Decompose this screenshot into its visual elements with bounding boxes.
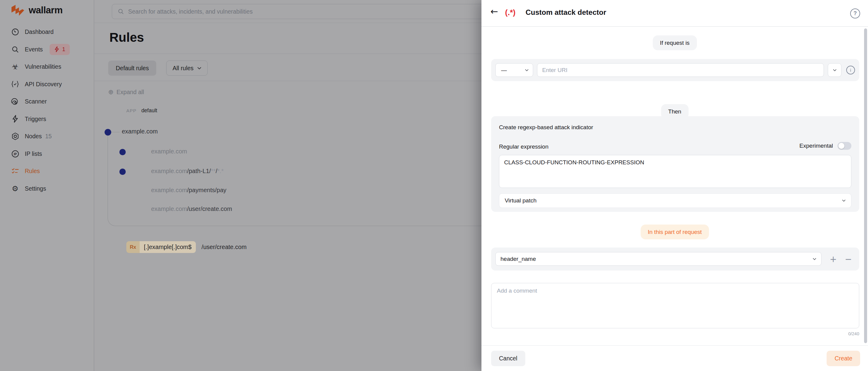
tree-node-dot xyxy=(104,129,111,136)
wallarm-logo-text: wallarm xyxy=(29,5,63,16)
request-part-value: header_name xyxy=(500,256,536,262)
condition-expand-button[interactable] xyxy=(828,63,841,77)
svg-text:IP: IP xyxy=(13,152,17,156)
experimental-toggle[interactable] xyxy=(837,142,851,150)
attack-indicator-section: Create regexp-based attack indicator Reg… xyxy=(491,116,859,212)
sidebar-item-label: Rules xyxy=(25,168,40,175)
global-search[interactable] xyxy=(112,4,535,19)
drawer-body: If request is — i Then Create regexp-bas… xyxy=(482,27,868,345)
sidebar-item-nodes[interactable]: Nodes 15 xyxy=(0,128,94,145)
sidebar-item-vulnerabilities[interactable]: ☣ Vulnerabilities xyxy=(0,58,94,76)
rx-badge: Rx xyxy=(126,241,140,253)
comment-textarea[interactable] xyxy=(491,283,859,328)
back-arrow-icon[interactable]: ← xyxy=(491,6,498,17)
remove-request-part-button[interactable]: − xyxy=(842,252,855,266)
experimental-label: Experimental xyxy=(799,143,833,149)
sidebar-item-label: Settings xyxy=(25,185,46,192)
regex-rule-path: /user/create.com xyxy=(202,244,247,251)
create-button[interactable]: Create xyxy=(827,351,860,366)
sidebar-item-label: Scanner xyxy=(25,98,47,105)
sidebar-item-dashboard[interactable]: Dashboard xyxy=(0,23,94,41)
wallarm-logo[interactable]: wallarm xyxy=(11,4,63,16)
tab-default-rules[interactable]: Default rules xyxy=(108,60,156,76)
toggle-knob xyxy=(838,143,844,149)
custom-attack-detector-drawer: ← (.*) Custom attack detector ? If reque… xyxy=(482,0,868,371)
tree-row-child[interactable]: example.com/path-L1/**/*.* xyxy=(151,168,224,175)
tree-segment: example.com xyxy=(151,148,187,154)
comment-char-counter: 0/240 xyxy=(848,331,859,336)
regex-rule-icon: (.*) xyxy=(505,8,516,17)
all-rules-dropdown[interactable]: All rules xyxy=(166,60,208,76)
gear-icon: ⚙ xyxy=(10,185,20,193)
add-request-part-button[interactable]: + xyxy=(827,252,840,266)
braces-check-icon xyxy=(10,80,20,88)
attack-type-select[interactable]: Virtual patch xyxy=(499,193,851,208)
request-part-section: header_name + − xyxy=(491,248,859,270)
sidebar-item-triggers[interactable]: Triggers xyxy=(0,110,94,128)
chevron-down-icon xyxy=(833,69,837,72)
tree-row-child[interactable]: example.com xyxy=(151,148,187,155)
events-badge-count: 1 xyxy=(62,46,65,53)
sidebar-item-label: API Discovery xyxy=(25,81,62,88)
wallarm-logo-icon xyxy=(11,4,25,16)
regex-value-textarea[interactable]: CLASS-CLOUD-FUNCTION-ROUTING-EXPRESSION xyxy=(499,155,851,188)
search-icon xyxy=(10,46,20,54)
search-icon xyxy=(118,8,124,15)
sidebar-item-settings[interactable]: ⚙ Settings xyxy=(0,180,94,198)
spiral-icon xyxy=(10,97,20,106)
regex-rule-row[interactable]: Rx [.]example[.]com$ /user/create.com xyxy=(126,241,247,253)
sidebar-item-api-discovery[interactable]: API Discovery xyxy=(0,76,94,93)
expand-all-button[interactable]: ⊕ Expand all xyxy=(108,88,144,96)
regex-chip: Rx [.]example[.]com$ xyxy=(126,241,196,253)
uri-field[interactable] xyxy=(537,63,824,77)
info-icon[interactable]: i xyxy=(846,66,855,75)
drawer-header: ← (.*) Custom attack detector ? xyxy=(482,0,868,27)
sidebar-item-scanner[interactable]: Scanner xyxy=(0,93,94,110)
sidebar-item-ip-lists[interactable]: IP IP lists xyxy=(0,145,94,163)
tree-row-child[interactable]: example.com/user/create.com xyxy=(151,205,232,212)
drawer-scrollbar[interactable] xyxy=(864,28,867,343)
sidebar-item-label: Triggers xyxy=(25,116,46,122)
condition-operator-select[interactable]: — xyxy=(495,63,533,77)
tree-row-child[interactable]: example.com/payments/pay xyxy=(151,187,226,194)
request-part-select[interactable]: header_name xyxy=(495,252,822,266)
indicator-heading: Create regexp-based attack indicator xyxy=(499,124,593,131)
checklist-icon xyxy=(10,167,20,175)
tree-connector xyxy=(111,132,120,132)
regex-pattern: [.]example[.]com$ xyxy=(140,241,196,253)
chevron-down-icon xyxy=(842,199,846,202)
drawer-footer: Cancel Create xyxy=(482,345,868,371)
chevron-down-icon xyxy=(813,258,816,260)
tree-segment: example.com xyxy=(151,187,187,193)
events-attack-badge: 1 xyxy=(50,44,70,55)
sidebar-item-label: Dashboard xyxy=(25,28,54,35)
tree-node-dot xyxy=(119,149,126,155)
sidebar-nav: Dashboard Events 1 ☣ Vulnerabilities xyxy=(0,23,94,197)
search-input[interactable] xyxy=(128,8,529,15)
sidebar-item-rules[interactable]: Rules xyxy=(0,163,94,180)
biohazard-icon: ☣ xyxy=(10,63,20,70)
sidebar-item-events[interactable]: Events 1 xyxy=(0,41,94,58)
wallarm-app: wallarm Dashboard Events 1 ☣ xyxy=(0,0,868,371)
help-icon[interactable]: ? xyxy=(850,8,860,19)
if-request-is-pill: If request is xyxy=(652,35,696,50)
sidebar-item-label: IP lists xyxy=(25,150,42,158)
tree-segment: example.com xyxy=(151,168,187,174)
hexagon-node-icon xyxy=(10,132,20,140)
expand-all-label: Expand all xyxy=(117,89,144,96)
experimental-control: Experimental xyxy=(799,142,851,150)
app-name: default xyxy=(142,108,157,114)
all-rules-label: All rules xyxy=(173,65,193,72)
cancel-button[interactable]: Cancel xyxy=(491,351,525,366)
attack-type-value: Virtual patch xyxy=(505,197,536,204)
lightning-icon xyxy=(10,115,20,123)
gauge-icon xyxy=(10,28,20,36)
sidebar-item-label: Events xyxy=(25,46,43,53)
chevron-down-icon xyxy=(525,69,529,72)
tree-segment: /user/create.com xyxy=(187,205,232,212)
in-this-part-pill: In this part of request xyxy=(641,225,709,239)
sidebar: wallarm Dashboard Events 1 ☣ xyxy=(0,0,94,371)
tree-row-root[interactable]: example.com xyxy=(122,128,158,135)
sidebar-item-label: Nodes xyxy=(25,133,42,140)
uri-input[interactable] xyxy=(542,67,819,74)
